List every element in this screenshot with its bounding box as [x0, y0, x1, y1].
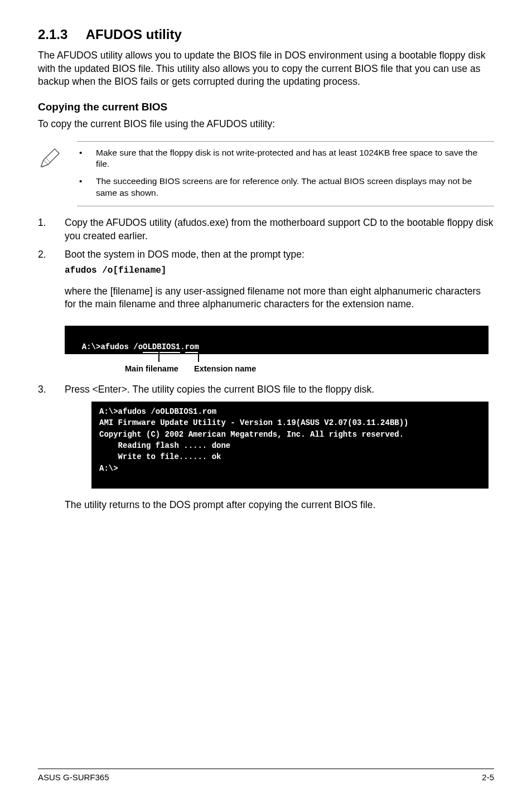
note-item: • The succeeding BIOS screens are for re…	[79, 176, 492, 199]
step-number: 3.	[38, 383, 50, 397]
list-item: 1. Copy the AFUDOS utility (afudos.exe) …	[38, 216, 494, 243]
subintro-text: To copy the current BIOS file using the …	[38, 118, 494, 131]
closing-text: The utility returns to the DOS prompt af…	[65, 499, 494, 512]
page-footer: ASUS G-SURF365 2-5	[38, 769, 494, 782]
extension-name-label: Extension name	[194, 364, 256, 373]
note-box: • Make sure that the floppy disk is not …	[38, 141, 494, 207]
code-command: afudos /o[filename]	[65, 265, 494, 277]
where-clause: where the [filename] is any user-assigne…	[65, 285, 494, 311]
terminal-line: A:\>afudos /oOLDBIOS1.rom	[82, 342, 199, 353]
section-number: 2.1.3	[38, 27, 83, 42]
section-title-text: AFUDOS utility	[86, 27, 182, 42]
svg-line-0	[43, 160, 48, 165]
bullet-icon: •	[79, 147, 86, 171]
note-text: The succeeding BIOS screens are for refe…	[96, 176, 492, 199]
svg-line-2	[55, 149, 59, 153]
pencil-icon	[38, 141, 65, 207]
main-filename-label: Main filename	[125, 364, 178, 373]
step-number: 1.	[38, 216, 50, 243]
footer-left: ASUS G-SURF365	[38, 772, 109, 782]
svg-line-1	[46, 158, 50, 162]
footer-page-number: 2-5	[482, 772, 494, 782]
terminal-output-1: A:\>afudos /oOLDBIOS1.rom	[65, 326, 489, 354]
note-item: • Make sure that the floppy disk is not …	[79, 147, 492, 171]
note-content: • Make sure that the floppy disk is not …	[77, 141, 494, 207]
sub-heading: Copying the current BIOS	[38, 101, 494, 113]
step-number: 2.	[38, 248, 50, 277]
numbered-list: 1. Copy the AFUDOS utility (afudos.exe) …	[38, 216, 494, 277]
intro-paragraph: The AFUDOS utility allows you to update …	[38, 49, 494, 89]
list-item: 3. Press <Enter>. The utility copies the…	[38, 383, 494, 397]
step-text: Press <Enter>. The utility copies the cu…	[65, 383, 494, 397]
section-heading: 2.1.3 AFUDOS utility	[38, 27, 494, 42]
step-text: Copy the AFUDOS utility (afudos.exe) fro…	[65, 216, 494, 243]
terminal-output-2: A:\>afudos /oOLDBIOS1.rom AMI Firmware U…	[91, 402, 489, 489]
note-text: Make sure that the floppy disk is not wr…	[96, 147, 492, 171]
bullet-icon: •	[79, 176, 86, 199]
filename-markers: Main filename Extension name	[65, 354, 494, 383]
list-item: 2. Boot the system in DOS mode, then at …	[38, 248, 494, 277]
step-text: Boot the system in DOS mode, then at the…	[65, 248, 494, 262]
